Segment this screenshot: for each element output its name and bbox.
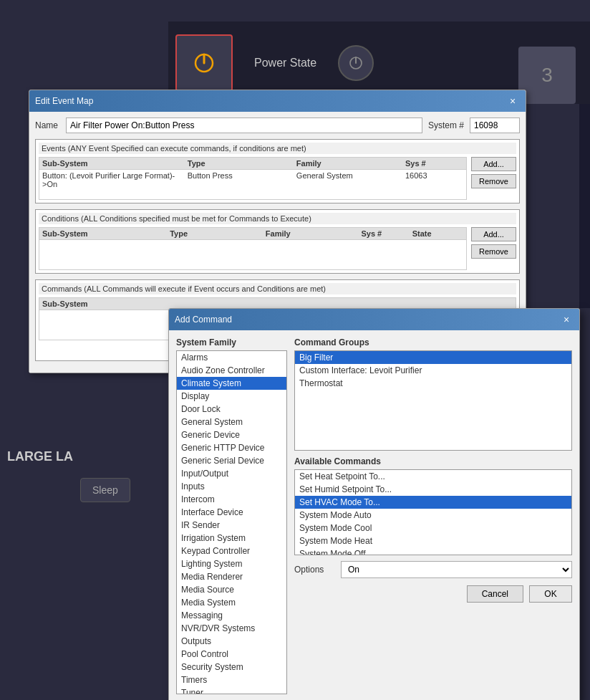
list-item[interactable]: Climate System [177,377,286,390]
system-family-label: System Family [176,337,287,347]
events-content: Sub-System Type Family Sys # Button: (Le… [39,157,516,200]
avail-cmd-item[interactable]: System Mode Cool [295,522,571,534]
list-item[interactable]: Media System [177,596,286,609]
cond-col-state: State [412,229,463,238]
list-item[interactable]: Door Lock [177,403,286,416]
list-item[interactable]: Keypad Controller [177,545,286,557]
conditions-section-title: Conditions (ALL Conditions specified mus… [39,213,516,224]
cmd-group-item[interactable]: Custom Interface: Levoit Purifier [295,364,571,377]
list-item[interactable]: Generic HTTP Device [177,441,286,454]
table-row: Button: (Levoit Purifier Large Format)->… [39,170,466,190]
power-svg-icon2 [347,54,364,72]
conditions-table-header: Sub-System Type Family Sys # State [39,228,466,240]
edit-event-close-button[interactable]: × [506,94,520,108]
avail-cmd-item[interactable]: System Mode Off [295,547,571,555]
conditions-table: Sub-System Type Family Sys # State [39,227,467,270]
name-label: Name [35,120,60,130]
events-col-sysnum: Sys # [405,159,463,168]
events-remove-button[interactable]: Remove [471,174,516,188]
cond-col-subsystem: Sub-System [42,229,170,238]
event-row-family: General System [296,171,405,188]
list-item[interactable]: NVR/DVR Systems [177,622,286,635]
options-select[interactable]: On Off Auto Cool Heat [341,561,572,578]
list-item[interactable]: Generic Serial Device [177,454,286,467]
events-col-family: Family [296,159,405,168]
sysnum-input[interactable] [470,118,520,133]
events-side-buttons: Add... Remove [471,157,516,188]
avail-cmd-item[interactable]: Set Humid Setpoint To... [295,483,571,496]
events-section: Events (ANY Event Specified can execute … [35,139,520,203]
command-groups-column: Command Groups Big Filter Custom Interfa… [294,337,572,694]
cmd-group-item[interactable]: Big Filter [295,351,571,364]
system-family-column: System Family Alarms Audio Zone Controll… [176,337,287,694]
list-item[interactable]: Media Renderer [177,570,286,583]
command-groups-label: Command Groups [294,337,572,347]
event-row-type: Button Press [188,171,296,188]
list-item[interactable]: Timers [177,673,286,686]
events-add-button[interactable]: Add... [471,157,516,171]
list-item[interactable]: Irrigation System [177,532,286,545]
power-state-label: Power State [240,57,331,69]
sleep-button[interactable]: Sleep [80,478,130,502]
add-command-columns: System Family Alarms Audio Zone Controll… [176,337,572,694]
large-label: LARGE LA [7,449,73,464]
cond-col-family: Family [266,229,362,238]
available-commands-list[interactable]: Set Heat Setpoint To... Set Humid Setpoi… [294,469,572,555]
cancel-button[interactable]: Cancel [467,585,523,603]
list-item[interactable]: Intercom [177,493,286,506]
list-item[interactable]: Lighting System [177,557,286,570]
add-command-close-button[interactable]: × [559,312,574,327]
command-groups-list[interactable]: Big Filter Custom Interface: Levoit Puri… [294,350,572,451]
cond-col-type: Type [170,229,266,238]
list-item[interactable]: Security System [177,661,286,673]
avail-cmd-item[interactable]: System Mode Heat [295,534,571,547]
events-table: Sub-System Type Family Sys # Button: (Le… [39,157,467,200]
cond-col-sysnum: Sys # [361,229,412,238]
ok-button[interactable]: OK [529,585,572,603]
add-command-titlebar: Add Command × [169,309,579,330]
add-command-buttons: Cancel OK [294,585,572,603]
list-item[interactable]: Outputs [177,635,286,648]
avail-cmd-item[interactable]: Set HVAC Mode To... [295,496,571,509]
available-commands-label: Available Commands [294,456,572,466]
add-command-body: System Family Alarms Audio Zone Controll… [169,330,579,700]
events-col-subsystem: Sub-System [42,159,188,168]
power-icon-button[interactable] [175,34,233,92]
commands-section-title: Commands (ALL Commands will execute if E… [39,283,516,294]
options-row: Options On Off Auto Cool Heat [294,561,572,578]
power-state-icon2[interactable] [338,45,374,81]
list-item[interactable]: Tuner [177,686,286,694]
list-item[interactable]: General System [177,416,286,428]
conditions-remove-button[interactable]: Remove [471,244,516,259]
avail-cmd-item[interactable]: Set Heat Setpoint To... [295,470,571,483]
list-item[interactable]: Display [177,390,286,403]
list-item[interactable]: Input/Output [177,467,286,480]
conditions-side-buttons: Add... Remove [471,227,516,259]
events-table-header: Sub-System Type Family Sys # [39,158,466,170]
power-svg-icon [191,50,217,76]
list-item[interactable]: Inputs [177,480,286,493]
cmd-col-subsystem: Sub-System [42,299,513,308]
events-col-type: Type [188,159,296,168]
conditions-add-button[interactable]: Add... [471,227,516,241]
name-row: Name System # [35,118,520,133]
number-badge: 3 [518,47,576,104]
list-item[interactable]: Pool Control [177,648,286,661]
list-item[interactable]: Audio Zone Controller [177,364,286,377]
list-item[interactable]: Generic Device [177,428,286,441]
list-item[interactable]: Alarms [177,351,286,364]
conditions-empty-row [39,240,466,269]
list-item[interactable]: Messaging [177,609,286,622]
list-item[interactable]: IR Sender [177,519,286,532]
list-item[interactable]: Media Source [177,583,286,596]
events-section-title: Events (ANY Event Specified can execute … [39,143,516,154]
add-command-dialog: Add Command × System Family Alarms Audio… [168,308,580,700]
cmd-group-item[interactable]: Thermostat [295,377,571,390]
event-row-sysnum: 16063 [405,171,463,188]
system-family-list[interactable]: Alarms Audio Zone Controller Climate Sys… [176,350,287,694]
add-command-title: Add Command [175,315,232,325]
name-input[interactable] [66,118,422,133]
event-row-subsystem: Button: (Levoit Purifier Large Format)->… [42,171,188,188]
avail-cmd-item[interactable]: System Mode Auto [295,509,571,522]
list-item[interactable]: Interface Device [177,506,286,519]
